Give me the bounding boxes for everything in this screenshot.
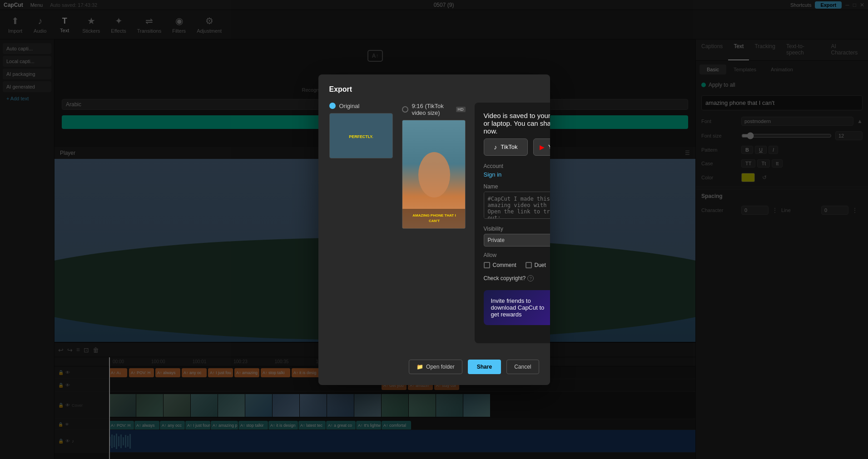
- modal-bottom-buttons: 📁 Open folder Share Cancel: [329, 360, 539, 374]
- tiktok-share-button[interactable]: ♪ TikTok: [484, 138, 528, 156]
- radio-original-label: Original: [339, 103, 360, 109]
- copyright-info-icon[interactable]: ?: [527, 275, 534, 281]
- radio-tiktok-dot: [402, 106, 408, 113]
- copyright-label: Check copyright? ?: [484, 275, 534, 281]
- allow-section: Allow Comment Duet: [484, 252, 550, 268]
- invite-text: Invite friends to download CapCut to get…: [491, 297, 550, 318]
- folder-icon: 📁: [417, 364, 423, 370]
- name-textarea[interactable]: [484, 192, 550, 219]
- platform-buttons: ♪ TikTok ▶ YouTube: [484, 138, 550, 156]
- sign-in-link[interactable]: Sign in: [484, 171, 502, 178]
- visibility-label: Visibility: [484, 226, 550, 232]
- copyright-row: Check copyright? ?: [484, 274, 550, 283]
- tiktok-badge: HD: [456, 107, 466, 112]
- modal-overlay[interactable]: Export Original PERFECTLY.: [0, 0, 868, 459]
- svg-point-19: [418, 152, 450, 197]
- original-preview: PERFECTLY.: [329, 113, 393, 158]
- saved-message: Video is saved to your desktop or laptop…: [475, 103, 550, 343]
- export-options: Original PERFECTLY. 9:16 (TikTok video s…: [329, 103, 539, 352]
- radio-original[interactable]: Original: [329, 103, 393, 109]
- invite-banner: Invite friends to download CapCut to get…: [484, 290, 550, 325]
- radio-original-dot: [329, 103, 336, 109]
- duet-label: Duet: [535, 262, 546, 268]
- account-label: Account: [484, 163, 550, 169]
- export-modal: Export Original PERFECTLY.: [318, 74, 550, 385]
- tiktok-icon: ♪: [494, 143, 497, 151]
- open-folder-button[interactable]: 📁 Open folder: [409, 360, 462, 374]
- saved-title: Video is saved to your desktop or laptop…: [484, 112, 550, 135]
- comment-check: [484, 262, 490, 268]
- tiktok-preview: AMAZING PHONE THAT I CAN'T: [402, 120, 466, 229]
- radio-tiktok[interactable]: 9:16 (TikTok video size) HD: [402, 103, 466, 116]
- visibility-field: Visibility Public Friends Private: [484, 226, 550, 247]
- allow-checkboxes: Comment Duet Stitch: [484, 262, 550, 268]
- comment-checkbox[interactable]: Comment: [484, 262, 516, 268]
- comment-label: Comment: [493, 262, 516, 268]
- name-field: Name: [484, 183, 550, 220]
- tiktok-option: 9:16 (TikTok video size) HD: [402, 103, 466, 352]
- visibility-select[interactable]: Public Friends Private: [484, 234, 550, 247]
- svg-text:AMAZING PHONE THAT I: AMAZING PHONE THAT I: [412, 213, 456, 217]
- modal-title: Export: [329, 85, 539, 94]
- duet-checkbox[interactable]: Duet: [526, 262, 546, 268]
- radio-tiktok-label: 9:16 (TikTok video size): [412, 103, 452, 116]
- youtube-share-button[interactable]: ▶ YouTube: [533, 138, 550, 156]
- name-label: Name: [484, 183, 550, 190]
- allow-title: Allow: [484, 252, 550, 258]
- svg-text:PERFECTLY.: PERFECTLY.: [349, 134, 373, 138]
- original-option: Original PERFECTLY.: [329, 103, 393, 352]
- account-field: Account Sign in: [484, 163, 550, 178]
- share-button[interactable]: Share: [468, 360, 501, 374]
- cancel-button[interactable]: Cancel: [506, 360, 539, 374]
- youtube-icon: ▶: [540, 143, 545, 151]
- svg-text:CAN'T: CAN'T: [428, 219, 439, 223]
- duet-check: [526, 262, 532, 268]
- save-share-section: Video is saved to your desktop or laptop…: [475, 103, 550, 352]
- invite-title: Invite friends to download CapCut to get…: [491, 297, 550, 318]
